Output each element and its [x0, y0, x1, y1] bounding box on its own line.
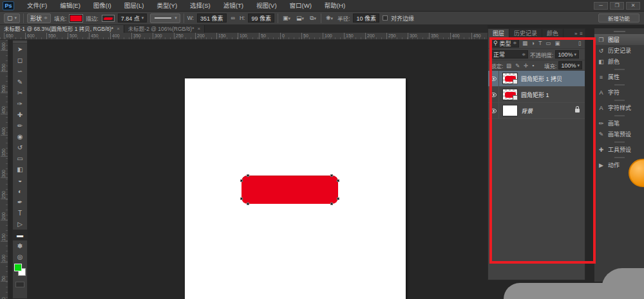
anchor-handle[interactable]	[247, 203, 249, 205]
menu-help[interactable]: 帮助(H)	[318, 0, 352, 12]
geometry-options-gear-icon[interactable]: ❋▾	[325, 15, 334, 21]
document-tab-2[interactable]: 未标题-2 @ 106%(RGB/8)* ×	[124, 25, 205, 33]
brush-tool[interactable]: ✏	[13, 120, 27, 131]
character-styles-icon: A	[598, 105, 605, 111]
path-operations-button[interactable]: ▣▾	[281, 15, 292, 21]
pen-tool[interactable]: ✒	[13, 197, 27, 208]
stroke-width-input[interactable]: 7.84 点▾	[118, 14, 147, 23]
document-tab-1[interactable]: 未标题-1 @ 68.3%(圆角矩形 1 拷贝, RGB/8)* ×	[0, 25, 124, 33]
ruler-label: 150	[1, 233, 8, 242]
panel-dock: ❐图层 ↺历史记录 ◧颜色 ≡属性 A字符 A字符样式 ✏画笔 ✎画笔预设 ✚工…	[594, 28, 644, 282]
tab-close-icon[interactable]: ×	[117, 25, 120, 33]
dock-item-brush-presets[interactable]: ✎画笔预设	[594, 129, 644, 140]
gradient-tool[interactable]: ◧	[13, 164, 27, 175]
tab-close-icon[interactable]: ×	[197, 25, 200, 33]
panel-menu-icon[interactable]: ≡	[580, 31, 583, 37]
rectangle-tool[interactable]: ▬	[13, 230, 27, 240]
crop-tool[interactable]: ✂	[13, 87, 27, 98]
ruler-label: 400	[450, 33, 460, 40]
clone-stamp-tool[interactable]: ◉	[13, 131, 27, 142]
stroke-type-select[interactable]: ▾	[150, 14, 180, 23]
dock-item-properties[interactable]: ≡属性	[594, 71, 644, 82]
panel-tab-bar: 图层 历史记录 颜色 » ≡	[488, 29, 585, 38]
menu-select[interactable]: 选择(S)	[184, 0, 217, 12]
path-selection-tool[interactable]: ▷	[13, 219, 27, 230]
fill-color-swatch[interactable]	[70, 15, 82, 22]
anchor-handle[interactable]	[330, 203, 333, 205]
anchor-handle[interactable]	[240, 179, 243, 182]
quick-selection-tool[interactable]: ✎	[13, 77, 27, 87]
minimize-button[interactable]: ─	[594, 2, 608, 10]
menu-window[interactable]: 窗口(W)	[283, 0, 318, 12]
lasso-tool[interactable]: ∽	[13, 66, 27, 77]
type-tool[interactable]: T	[13, 208, 27, 219]
tab-history[interactable]: 历史记录	[509, 29, 542, 38]
move-tool[interactable]: ➤	[13, 44, 27, 55]
anchor-handle[interactable]	[337, 197, 339, 200]
anchor-handle[interactable]	[247, 174, 249, 177]
menu-view[interactable]: 视图(V)	[250, 0, 283, 12]
history-brush-tool[interactable]: ↺	[13, 142, 27, 153]
anchor-handle[interactable]	[330, 174, 333, 177]
radius-input[interactable]: 10 像素	[353, 14, 379, 23]
divider	[321, 14, 321, 23]
ruler-label: 650	[4, 33, 14, 40]
eraser-tool[interactable]: ▭	[13, 153, 27, 164]
blur-tool[interactable]: ◒	[13, 175, 27, 186]
tool-mode-select[interactable]: 形状≑	[27, 14, 51, 23]
dock-item-layers[interactable]: ❐图层	[594, 34, 644, 45]
restore-button[interactable]: ❐	[610, 2, 624, 10]
menu-filter[interactable]: 滤镜(T)	[217, 0, 250, 12]
dock-item-character[interactable]: A字符	[594, 87, 644, 98]
canvas-document[interactable]	[185, 78, 406, 299]
menu-image[interactable]: 图像(I)	[87, 0, 118, 12]
fill-label: 填充:	[54, 14, 66, 22]
quick-mask-button[interactable]	[15, 282, 24, 287]
dock-item-label: 动作	[608, 161, 620, 169]
shape-height-input[interactable]: 99 像素	[248, 14, 274, 23]
anchor-handle[interactable]	[337, 179, 339, 182]
path-arrangement-button[interactable]: ⧉▾	[308, 15, 317, 22]
marquee-tool[interactable]: ◻	[13, 55, 27, 66]
healing-brush-tool[interactable]: ✚	[13, 109, 27, 120]
tab-layers[interactable]: 图层	[488, 29, 509, 38]
dodge-tool[interactable]: ◐	[13, 186, 27, 197]
menu-file[interactable]: 文件(F)	[21, 0, 53, 12]
close-button[interactable]: ✕	[626, 2, 640, 10]
ruler-label: 450	[1, 106, 8, 114]
eyedropper-tool[interactable]: ✑	[13, 98, 27, 109]
ruler-label: 250	[174, 33, 184, 40]
collapse-panel-icon[interactable]: »	[574, 31, 577, 37]
dock-item-tool-presets[interactable]: ✚工具预设	[594, 144, 644, 155]
ruler-label: 600	[1, 42, 8, 51]
dock-item-label: 历史记录	[608, 46, 631, 55]
workspace-switcher[interactable]: 新增功能	[598, 14, 639, 23]
dock-item-history[interactable]: ↺历史记录	[594, 45, 644, 56]
ruler-label: 350	[429, 33, 439, 40]
ruler-label: 150	[216, 33, 226, 40]
dock-item-brush[interactable]: ✏画笔	[594, 118, 644, 129]
hand-tool[interactable]: ✽	[13, 240, 27, 251]
stroke-width-value: 7.84 点	[121, 14, 140, 23]
menu-type[interactable]: 类型(Y)	[150, 0, 184, 12]
rounded-rectangle-shape[interactable]	[242, 176, 338, 204]
tab-color[interactable]: 颜色	[542, 29, 564, 38]
path-alignment-button[interactable]: ⬓▾	[295, 15, 305, 21]
tool-mode-value: 形状	[30, 14, 42, 23]
shape-width-input[interactable]: 351 像素	[197, 14, 227, 23]
document-tab-bar: 未标题-1 @ 68.3%(圆角矩形 1 拷贝, RGB/8)* × 未标题-2…	[0, 25, 488, 33]
tool-preset-picker[interactable]: ▢▾	[4, 14, 20, 23]
zoom-tool[interactable]: ◎	[13, 251, 27, 262]
link-dimensions-icon[interactable]: ∞	[230, 15, 236, 21]
dock-item-character-styles[interactable]: A字符样式	[594, 102, 644, 113]
dock-item-color[interactable]: ◧颜色	[594, 56, 644, 67]
dock-item-label: 画笔预设	[608, 130, 631, 138]
radius-label: 半径:	[337, 14, 350, 22]
anchor-handle[interactable]	[240, 197, 243, 200]
foreground-color-swatch[interactable]	[14, 264, 22, 271]
dock-grip[interactable]	[614, 31, 625, 32]
align-edges-checkbox[interactable]	[383, 15, 388, 21]
menu-edit[interactable]: 编辑(E)	[53, 0, 87, 12]
menu-layer[interactable]: 图层(L)	[118, 0, 151, 12]
stroke-color-swatch[interactable]	[102, 15, 115, 22]
